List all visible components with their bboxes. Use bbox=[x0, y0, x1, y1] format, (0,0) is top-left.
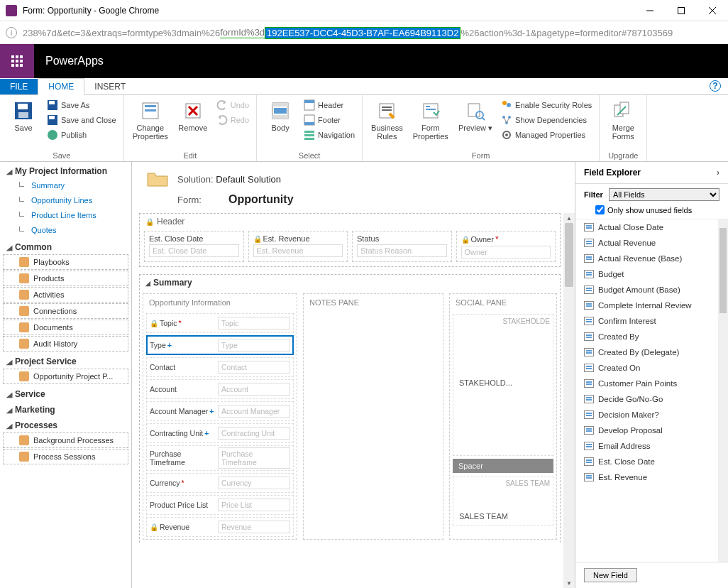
field-account[interactable]: AccountAccount bbox=[146, 379, 294, 399]
opportunity-info-column[interactable]: Opportunity Information 🔒Topic*TopicType… bbox=[143, 293, 297, 540]
field-list-scrollbar[interactable] bbox=[718, 219, 728, 562]
address-bar[interactable]: i 238%7d&etc=3&extraqs=formtype%3dmain%2… bbox=[0, 21, 728, 44]
minimize-button[interactable] bbox=[634, 0, 666, 21]
show-dependencies-button[interactable]: Show Dependencies bbox=[500, 113, 593, 127]
navigation-button[interactable]: Navigation bbox=[302, 128, 356, 142]
form-canvas[interactable]: Header Est. Close DateEst. Close Date🔒Es… bbox=[132, 213, 575, 588]
preview-button[interactable]: Preview ▾ bbox=[456, 98, 495, 134]
field-contracting-unit[interactable]: Contracting Unit+Contracting Unit bbox=[146, 423, 294, 443]
tab-home[interactable]: HOME bbox=[38, 78, 84, 95]
checkbox-input[interactable] bbox=[595, 205, 605, 214]
nav-item-products[interactable]: Products bbox=[3, 271, 128, 286]
publish-button[interactable]: Publish bbox=[45, 128, 118, 142]
nav-item-activities[interactable]: Activities bbox=[3, 287, 128, 303]
field-item-actual-close-date[interactable]: Actual Close Date bbox=[575, 219, 728, 235]
nav-section-project-service[interactable]: Project Service bbox=[0, 352, 131, 368]
sales-team-block[interactable]: SALES TEAM SALES TEAM bbox=[453, 476, 553, 526]
unused-fields-checkbox[interactable]: Only show unused fields bbox=[575, 204, 728, 219]
nav-item-documents[interactable]: Documents bbox=[3, 320, 128, 335]
field-item-decide-go-no-go[interactable]: Decide Go/No-Go bbox=[575, 391, 728, 407]
nav-item-background-processes[interactable]: Background Processes bbox=[3, 432, 128, 448]
scroll-down-icon[interactable]: ▼ bbox=[563, 578, 575, 588]
nav-section-service[interactable]: Service bbox=[0, 385, 131, 401]
field-type[interactable]: Type+Type bbox=[146, 335, 294, 355]
field-item-actual-revenue[interactable]: Actual Revenue bbox=[575, 235, 728, 251]
field-item-est-close-date[interactable]: Est. Close Date bbox=[575, 454, 728, 469]
scroll-up-icon[interactable]: ▲ bbox=[563, 213, 575, 223]
field-item-confirm-interest[interactable]: Confirm Interest bbox=[575, 313, 728, 329]
filter-select[interactable]: All Fields bbox=[609, 188, 719, 201]
nav-item-opportunity-lines[interactable]: Opportunity Lines bbox=[3, 193, 128, 207]
field-account-manager[interactable]: Account Manager+Account Manager bbox=[146, 401, 294, 421]
header-section[interactable]: Header Est. Close DateEst. Close Date🔒Es… bbox=[139, 213, 561, 267]
field-contact[interactable]: ContactContact bbox=[146, 357, 294, 377]
save-button[interactable]: Save bbox=[6, 98, 41, 134]
body-button[interactable]: Body bbox=[263, 98, 298, 134]
tab-file[interactable]: FILE bbox=[0, 79, 38, 94]
chevron-right-icon[interactable]: › bbox=[717, 168, 719, 178]
notes-pane-column[interactable]: NOTES PANE bbox=[303, 293, 443, 540]
field-item-develop-proposal[interactable]: Develop Proposal bbox=[575, 423, 728, 438]
managed-properties-button[interactable]: Managed Properties bbox=[500, 128, 593, 142]
field-revenue[interactable]: 🔒RevenueRevenue bbox=[146, 517, 294, 537]
field-currency[interactable]: Currency*Currency bbox=[146, 473, 294, 493]
field-purchase-timeframe[interactable]: Purchase TimeframePurchase Timeframe bbox=[146, 445, 294, 471]
undo-button[interactable]: Undo bbox=[215, 98, 250, 112]
info-icon[interactable]: i bbox=[6, 27, 17, 38]
field-item-email-address[interactable]: Email Address bbox=[575, 438, 728, 454]
field-item-budget-amount-base-[interactable]: Budget Amount (Base) bbox=[575, 282, 728, 298]
field-item-budget[interactable]: Budget bbox=[575, 266, 728, 282]
header-field-owner[interactable]: 🔒Owner*Owner bbox=[456, 231, 556, 262]
nav-section-common[interactable]: Common bbox=[0, 238, 131, 254]
help-button[interactable]: ? bbox=[710, 80, 721, 92]
tab-insert[interactable]: INSERT bbox=[84, 79, 136, 94]
nav-item-quotes[interactable]: Quotes bbox=[3, 223, 128, 237]
scroll-thumb[interactable] bbox=[565, 223, 573, 287]
nav-item-process-sessions[interactable]: Process Sessions bbox=[3, 449, 128, 464]
field-item-complete-internal-review[interactable]: Complete Internal Review bbox=[575, 298, 728, 313]
field-item-customer-pain-points[interactable]: Customer Pain Points bbox=[575, 376, 728, 391]
header-field-status[interactable]: StatusStatus Reason bbox=[352, 231, 452, 262]
new-field-button[interactable]: New Field bbox=[584, 568, 637, 582]
header-field-est-revenue[interactable]: 🔒Est. RevenueEst. Revenue bbox=[248, 231, 348, 262]
save-as-button[interactable]: Save As bbox=[45, 98, 118, 112]
business-rules-button[interactable]: Business Rules bbox=[368, 98, 406, 142]
header-field-est-close-date[interactable]: Est. Close DateEst. Close Date bbox=[144, 231, 244, 262]
nav-item-opportunity-project-p-[interactable]: Opportunity Project P... bbox=[3, 369, 128, 384]
redo-button[interactable]: Redo bbox=[215, 113, 250, 127]
waffle-button[interactable] bbox=[0, 44, 34, 78]
spacer-block[interactable]: Spacer bbox=[453, 459, 553, 473]
scroll-thumb[interactable] bbox=[719, 228, 727, 313]
field-item-decision-maker-[interactable]: Decision Maker? bbox=[575, 407, 728, 423]
nav-item-playbooks[interactable]: Playbooks bbox=[3, 254, 128, 270]
nav-section-marketing[interactable]: Marketing bbox=[0, 401, 131, 416]
footer-button[interactable]: Footer bbox=[302, 113, 356, 127]
field-topic[interactable]: 🔒Topic*Topic bbox=[146, 313, 294, 333]
enable-security-roles-button[interactable]: Enable Security Roles bbox=[500, 98, 593, 112]
field-item-created-by[interactable]: Created By bbox=[575, 329, 728, 344]
nav-section-processes[interactable]: Processes bbox=[0, 416, 131, 432]
nav-item-connections[interactable]: Connections bbox=[3, 303, 128, 319]
nav-item-summary[interactable]: Summary bbox=[3, 178, 128, 192]
form-scrollbar[interactable]: ▲ ▼ bbox=[563, 213, 575, 588]
merge-forms-button[interactable]: Merge Forms bbox=[605, 98, 641, 142]
social-pane-column[interactable]: SOCIAL PANE STAKEHOLDE STAKEHOLD... Spac… bbox=[449, 293, 557, 540]
header-button[interactable]: Header bbox=[302, 98, 356, 112]
field-item-est-revenue[interactable]: Est. Revenue bbox=[575, 469, 728, 485]
field-item-actual-revenue-base-[interactable]: Actual Revenue (Base) bbox=[575, 251, 728, 266]
close-button[interactable] bbox=[697, 0, 728, 21]
nav-section-my-project-information[interactable]: My Project Information bbox=[0, 162, 131, 178]
field-product-price-list[interactable]: Product Price ListPrice List bbox=[146, 495, 294, 515]
field-explorer-header[interactable]: Field Explorer › bbox=[575, 162, 728, 184]
change-properties-button[interactable]: Change Properties bbox=[130, 98, 171, 142]
nav-item-audit-history[interactable]: Audit History bbox=[3, 336, 128, 352]
field-item-created-on[interactable]: Created On bbox=[575, 360, 728, 376]
summary-section[interactable]: Summary Opportunity Information 🔒Topic*T… bbox=[139, 274, 561, 543]
field-item-created-by-delegate-[interactable]: Created By (Delegate) bbox=[575, 344, 728, 360]
form-properties-button[interactable]: Form Properties bbox=[410, 98, 451, 142]
save-and-close-button[interactable]: Save and Close bbox=[45, 113, 118, 127]
maximize-button[interactable] bbox=[666, 0, 697, 21]
remove-button[interactable]: Remove bbox=[175, 98, 211, 134]
stakeholders-block[interactable]: STAKEHOLDE STAKEHOLD... bbox=[453, 314, 553, 456]
nav-item-product-line-items[interactable]: Product Line Items bbox=[3, 208, 128, 222]
